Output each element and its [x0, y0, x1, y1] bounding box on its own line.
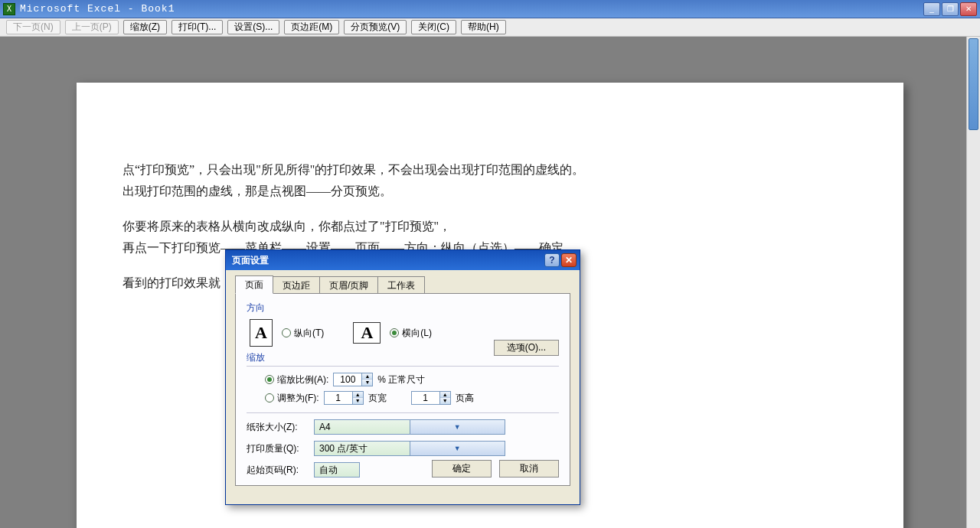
fit-to-label: 调整为(F): [277, 392, 319, 405]
fit-wide-label: 页宽 [368, 392, 387, 405]
setup-button[interactable]: 设置(S)... [227, 20, 279, 34]
tab-page[interactable]: 页面 [235, 275, 273, 294]
paper-size-label: 纸张大小(Z): [247, 421, 308, 434]
portrait-label: 纵向(T) [294, 327, 324, 340]
minimize-button[interactable]: _ [923, 2, 940, 16]
options-button[interactable]: 选项(O)... [494, 340, 559, 356]
paper-size-value: A4 [315, 422, 410, 432]
page-text: 出现打印范围的虚线，那是点视图——分页预览。 [122, 181, 858, 202]
dialog-titlebar[interactable]: 页面设置 ? ✕ [226, 250, 580, 270]
chevron-down-icon: ▼ [410, 420, 505, 434]
orientation-group-label: 方向 [247, 301, 559, 315]
maximize-button[interactable]: ❐ [942, 2, 959, 16]
zoom-button[interactable]: 缩放(Z) [123, 20, 167, 34]
scrollbar-thumb[interactable] [969, 38, 978, 130]
excel-icon: X [3, 3, 15, 15]
page-text: 你要将原来的表格从横向改成纵向，你都点过了"打印预览"， [122, 216, 858, 237]
prev-page-button[interactable]: 上一页(P) [65, 20, 119, 34]
portrait-radio[interactable]: 纵向(T) [282, 327, 324, 340]
print-quality-combo[interactable]: 300 点/英寸 ▼ [314, 441, 505, 456]
landscape-radio[interactable]: 横向(L) [390, 327, 432, 340]
tab-panel-page: 方向 A 纵向(T) A 横向(L) 选项(O)... 缩放 [235, 293, 570, 486]
landscape-icon: A [353, 322, 381, 344]
tab-margins[interactable]: 页边距 [273, 276, 320, 294]
adjust-to-spinner[interactable]: ▲▼ [333, 373, 373, 386]
adjust-to-label: 缩放比例(A): [277, 373, 328, 386]
print-preview-toolbar: 下一页(N) 上一页(P) 缩放(Z) 打印(T)... 设置(S)... 页边… [0, 18, 980, 37]
page-setup-dialog: 页面设置 ? ✕ 页面 页边距 页眉/页脚 工作表 方向 A 纵向(T) A [225, 249, 580, 505]
chevron-down-icon: ▼ [410, 442, 505, 455]
fit-tall-label: 页高 [456, 392, 474, 405]
first-page-input[interactable]: 自动 [314, 462, 360, 477]
page-break-preview-button[interactable]: 分页预览(V) [344, 20, 407, 34]
tab-sheet[interactable]: 工作表 [377, 276, 425, 294]
help-button[interactable]: 帮助(H) [461, 20, 506, 34]
paper-size-combo[interactable]: A4 ▼ [314, 419, 505, 435]
fit-to-radio[interactable]: 调整为(F): [265, 392, 319, 405]
landscape-label: 横向(L) [402, 327, 432, 340]
adjust-to-suffix: % 正常尺寸 [377, 373, 425, 386]
margins-button[interactable]: 页边距(M) [284, 20, 339, 34]
vertical-scrollbar[interactable] [966, 37, 980, 528]
dialog-tabstrip: 页面 页边距 页眉/页脚 工作表 [235, 276, 570, 293]
fit-tall-input[interactable] [412, 392, 439, 404]
print-quality-label: 打印质量(Q): [247, 442, 308, 455]
close-preview-button[interactable]: 关闭(C) [411, 20, 456, 34]
window-title: Microsoft Excel - Book1 [20, 3, 175, 15]
dialog-title: 页面设置 [232, 254, 269, 267]
close-button[interactable]: ✕ [960, 2, 977, 16]
adjust-to-radio[interactable]: 缩放比例(A): [265, 373, 328, 386]
tab-header-footer[interactable]: 页眉/页脚 [319, 276, 378, 294]
print-button[interactable]: 打印(T)... [172, 20, 223, 34]
ok-button[interactable]: 确定 [432, 460, 492, 477]
page-text: 点“打印预览”，只会出现"所见所得"的打印效果，不会出现会出现打印范围的虚线的。 [122, 159, 858, 181]
app-titlebar: X Microsoft Excel - Book1 _ ❐ ✕ [0, 0, 980, 18]
cancel-button[interactable]: 取消 [499, 460, 559, 477]
fit-wide-spinner[interactable]: ▲▼ [324, 391, 364, 405]
portrait-icon: A [250, 319, 273, 347]
fit-wide-input[interactable] [325, 392, 352, 404]
dialog-close-button[interactable]: ✕ [561, 253, 577, 267]
first-page-label: 起始页码(R): [247, 464, 308, 477]
print-quality-value: 300 点/英寸 [315, 442, 410, 455]
adjust-to-input[interactable] [334, 373, 361, 386]
dialog-help-button[interactable]: ? [544, 253, 560, 267]
first-page-value: 自动 [319, 464, 338, 477]
next-page-button[interactable]: 下一页(N) [6, 20, 60, 34]
fit-tall-spinner[interactable]: ▲▼ [411, 391, 451, 405]
